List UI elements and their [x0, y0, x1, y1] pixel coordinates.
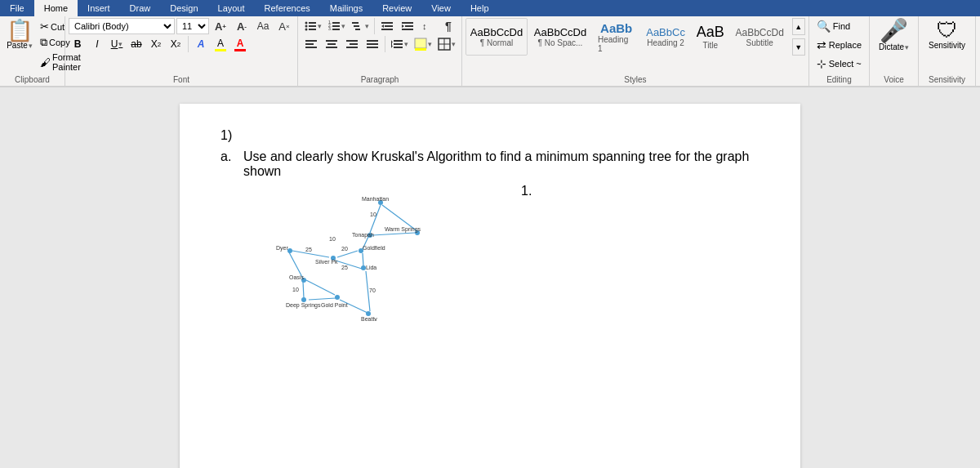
- tab-insert[interactable]: Insert: [78, 0, 120, 16]
- select-icon: ⊹: [817, 57, 826, 70]
- svg-rect-21: [402, 29, 413, 30]
- dictate-button[interactable]: 🎤 Dictate▾: [877, 18, 911, 53]
- editing-group-label: Editing: [809, 75, 869, 84]
- select-button[interactable]: ⊹ Select ~: [814, 56, 864, 72]
- svg-text:Warm Springs: Warm Springs: [385, 226, 421, 233]
- styles-down-button[interactable]: ▼: [792, 38, 805, 56]
- font-size-select[interactable]: 11: [176, 18, 209, 34]
- paste-button[interactable]: 📋 Paste▾: [3, 18, 36, 51]
- style-subtitle[interactable]: AaBbCcDd Subtitle: [731, 18, 789, 56]
- styles-group-label: Styles: [462, 75, 808, 84]
- style-heading2-preview: AaBbCc: [646, 26, 685, 38]
- tab-design[interactable]: Design: [160, 0, 207, 16]
- italic-button[interactable]: I: [88, 36, 106, 52]
- increase-indent-button[interactable]: [398, 18, 417, 34]
- style-heading2-label: Heading 2: [647, 38, 684, 47]
- style-heading2[interactable]: AaBbCc Heading 2: [641, 18, 689, 56]
- tab-file[interactable]: File: [0, 0, 34, 16]
- svg-rect-11: [332, 29, 340, 30]
- tab-mailings[interactable]: Mailings: [320, 0, 372, 16]
- svg-line-62: [306, 280, 335, 295]
- find-button[interactable]: 🔍 Find: [814, 18, 864, 34]
- change-case-button[interactable]: Aa: [253, 18, 273, 34]
- center-button[interactable]: [322, 36, 341, 52]
- svg-text:10: 10: [329, 236, 336, 242]
- styles-up-button[interactable]: ▲: [792, 18, 805, 35]
- tab-view[interactable]: View: [421, 0, 461, 16]
- paste-icon: 📋: [7, 20, 33, 41]
- shading-button[interactable]: ▾: [412, 36, 434, 52]
- subscript-button[interactable]: X2: [147, 36, 165, 52]
- underline-button[interactable]: U▾: [108, 36, 126, 52]
- svg-text:25: 25: [341, 265, 348, 270]
- svg-text:10: 10: [292, 287, 299, 292]
- paragraph-group: ▾ 1.2.3. ▾ ▾ ↕: [298, 16, 462, 86]
- style-heading1[interactable]: AaBb Heading 1: [593, 18, 639, 56]
- tab-layout[interactable]: Layout: [208, 0, 255, 16]
- bold-button[interactable]: B: [69, 36, 87, 52]
- svg-text:Tonapah: Tonapah: [352, 232, 374, 238]
- show-marks-button[interactable]: ¶: [439, 18, 458, 34]
- tab-review[interactable]: Review: [372, 0, 421, 16]
- style-title[interactable]: AaB Title: [692, 18, 729, 56]
- format-painter-icon: 🖌: [40, 56, 51, 69]
- strikethrough-button[interactable]: ab: [127, 36, 145, 52]
- sensitivity-label: Sensitivity: [929, 41, 965, 50]
- font-name-select[interactable]: Calibri (Body): [69, 18, 175, 34]
- dictate-label: Dictate▾: [879, 42, 909, 51]
- svg-marker-39: [391, 40, 393, 48]
- tab-draw[interactable]: Draw: [120, 0, 161, 16]
- font-color-button[interactable]: A: [231, 36, 249, 52]
- para-separator1: [374, 18, 375, 34]
- svg-rect-32: [346, 47, 358, 48]
- svg-marker-22: [402, 25, 404, 28]
- item-a-content: Use and clearly show Kruskal's Algorithm…: [243, 149, 760, 324]
- svg-point-81: [335, 295, 340, 300]
- clear-format-button[interactable]: A×: [274, 18, 294, 34]
- svg-text:Oasis: Oasis: [289, 274, 304, 280]
- style-no-spacing-preview: AaBbCcDd: [534, 26, 586, 38]
- bullets-button[interactable]: ▾: [301, 18, 324, 34]
- line-spacing-button[interactable]: ▾: [388, 36, 411, 52]
- numbering-button[interactable]: 1.2.3. ▾: [325, 18, 348, 34]
- superscript-button[interactable]: X2: [167, 36, 185, 52]
- sort-button[interactable]: ↕: [418, 18, 438, 34]
- text-effects-button[interactable]: A: [192, 36, 210, 52]
- align-right-button[interactable]: [342, 36, 362, 52]
- styles-group: AaBbCcDd ¶ Normal AaBbCcDd ¶ No Spac... …: [462, 16, 809, 86]
- svg-rect-19: [402, 22, 413, 24]
- svg-rect-35: [367, 47, 378, 48]
- borders-button[interactable]: ▾: [435, 36, 458, 52]
- svg-rect-24: [305, 40, 317, 42]
- item-a-text[interactable]: Use and clearly show Kruskal's Algorithm…: [243, 149, 749, 178]
- style-normal[interactable]: AaBbCcDd ¶ Normal: [466, 18, 528, 56]
- tab-help[interactable]: Help: [461, 0, 499, 16]
- style-heading1-preview: AaBb: [600, 21, 632, 35]
- shrink-font-button[interactable]: A-: [232, 18, 252, 34]
- grow-font-button[interactable]: A+: [211, 18, 230, 34]
- tab-home[interactable]: Home: [34, 0, 78, 16]
- svg-rect-20: [405, 25, 413, 27]
- decrease-indent-button[interactable]: [377, 18, 397, 34]
- style-no-spacing[interactable]: AaBbCcDd ¶ No Spac...: [529, 18, 591, 56]
- svg-rect-16: [385, 25, 393, 27]
- svg-rect-37: [394, 43, 403, 45]
- sensitivity-button[interactable]: 🛡 Sensitivity: [927, 18, 967, 51]
- tab-references[interactable]: References: [255, 0, 320, 16]
- sensitivity-icon: 🛡: [937, 20, 958, 41]
- justify-button[interactable]: [363, 36, 382, 52]
- multilevel-list-button[interactable]: ▾: [349, 18, 372, 34]
- svg-line-45: [370, 205, 381, 233]
- svg-rect-9: [332, 25, 340, 27]
- svg-marker-18: [381, 25, 384, 28]
- align-left-button[interactable]: [301, 36, 321, 52]
- highlight-color-button[interactable]: A: [212, 36, 229, 52]
- clipboard-label: Clipboard: [0, 75, 65, 84]
- replace-button[interactable]: ⇄ Replace: [814, 37, 864, 53]
- sensitivity-group: 🛡 Sensitivity Sensitivity: [919, 16, 976, 86]
- paragraph-group-label: Paragraph: [298, 75, 461, 84]
- style-items-container: AaBbCcDd ¶ Normal AaBbCcDd ¶ No Spac... …: [466, 18, 789, 56]
- editing-group: 🔍 Find ⇄ Replace ⊹ Select ~ Editing: [809, 16, 870, 86]
- font-separator: [188, 36, 189, 52]
- svg-rect-29: [326, 47, 337, 48]
